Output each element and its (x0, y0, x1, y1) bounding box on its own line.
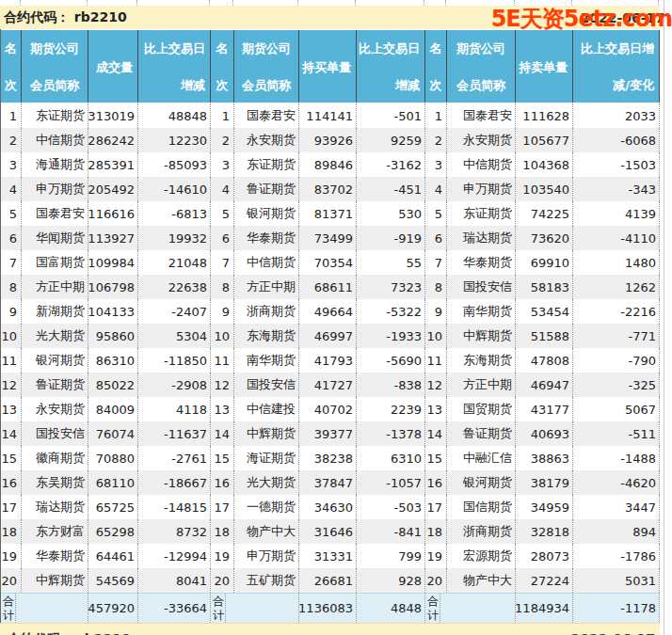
cell-change: -841 (357, 519, 425, 544)
table-row: 9浙商期货49664-5322 (211, 299, 425, 324)
cell-change: 22638 (138, 275, 211, 299)
cell-rank: 5 (211, 201, 234, 226)
cell-value: 40702 (299, 397, 357, 421)
cell-rank: 18 (211, 519, 234, 544)
cell-rank: 12 (1, 373, 22, 397)
cell-change: -6813 (138, 201, 211, 226)
cell-rank: 12 (425, 373, 447, 397)
cell-company: 海证期货 (234, 446, 299, 470)
cell-company: 宏源期货 (447, 544, 516, 568)
cell-rank: 9 (425, 299, 447, 324)
cell-rank: 15 (1, 446, 22, 470)
cell-company: 国投安信 (234, 373, 299, 397)
table-row: 15中融汇信38863-1488 (425, 446, 660, 470)
cell-rank: 19 (425, 544, 447, 568)
header-company-line1: 期货公司 (234, 40, 298, 57)
cell-change: -4110 (573, 226, 660, 250)
cell-value: 68611 (299, 275, 357, 299)
cell-rank: 13 (1, 397, 22, 421)
cell-company: 国投安信 (447, 275, 516, 299)
table-row: 16光大期货37847-1057 (211, 470, 425, 495)
header-change-line1: 比上交易日 (138, 40, 210, 57)
table-row: 5银河期货81371530 (211, 201, 425, 226)
header-company-line1: 期货公司 (447, 40, 515, 57)
table-row: 13中信建投407022239 (211, 397, 425, 421)
cell-value: 89846 (299, 152, 357, 177)
cell-rank: 2 (1, 128, 22, 152)
cell-change: -2761 (138, 446, 211, 470)
cell-company: 东证期货 (22, 103, 88, 128)
cell-value: 43177 (516, 397, 573, 421)
table-row: 18物产中大31646-841 (211, 519, 425, 544)
header-company-line2: 会员简称 (22, 77, 88, 94)
cell-value: 114141 (299, 103, 357, 128)
cell-rank: 5 (1, 201, 22, 226)
header-value: 持卖单量 (516, 30, 573, 103)
table-row: 4申万期货103540-343 (425, 177, 660, 201)
cell-company: 物产中大 (234, 519, 299, 544)
cell-rank: 1 (425, 103, 447, 128)
cell-company: 华闻期货 (22, 226, 88, 250)
cell-change: -2407 (138, 299, 211, 324)
cell-value: 51588 (516, 324, 573, 348)
table-row: 12国投安信41727-838 (211, 373, 425, 397)
cell-rank: 12 (211, 373, 234, 397)
cell-change: 5067 (573, 397, 660, 421)
cell-rank: 7 (1, 250, 22, 275)
cell-change: -790 (573, 348, 660, 373)
cell-company: 鲁证期货 (234, 177, 299, 201)
cell-rank: 16 (425, 470, 447, 495)
cell-value: 73499 (299, 226, 357, 250)
header-rank-line2: 次 (425, 77, 446, 94)
cell-company: 瑞达期货 (447, 226, 516, 250)
cell-change: 8041 (138, 568, 211, 593)
total-company-empty (447, 594, 516, 623)
header-company: 期货公司会员简称 (22, 30, 88, 103)
cell-rank: 20 (1, 568, 22, 593)
cell-change: -1786 (573, 544, 660, 568)
header-change-line2: 增减 (357, 77, 424, 94)
table-row: 4鲁证期货83702-451 (211, 177, 425, 201)
cell-company: 中信期货 (234, 250, 299, 275)
cell-value: 46997 (299, 324, 357, 348)
cell-value: 116616 (88, 201, 138, 226)
table-row: 7华泰期货699101480 (425, 250, 660, 275)
cell-rank: 2 (211, 128, 234, 152)
cell-company: 中融汇信 (447, 446, 516, 470)
cell-rank: 7 (211, 250, 234, 275)
table-row: 17国信期货349593447 (425, 495, 660, 519)
cell-company: 东海期货 (447, 348, 516, 373)
cell-rank: 15 (425, 446, 447, 470)
table-row: 2永安期货939269259 (211, 128, 425, 152)
cell-value: 205492 (88, 177, 138, 201)
cell-change: 928 (357, 568, 425, 593)
header-change: 比上交易日增减/变化 (573, 30, 660, 103)
cell-value: 31331 (299, 544, 357, 568)
right-margin-line (664, 0, 664, 635)
cell-value: 105677 (516, 128, 573, 152)
cell-company: 浙商期货 (234, 299, 299, 324)
site-watermark-logo[interactable]: 5E天资5etz.com (491, 4, 672, 34)
cell-value: 26681 (299, 568, 357, 593)
cell-change: 48848 (138, 103, 211, 128)
cell-value: 103540 (516, 177, 573, 201)
cell-rank: 10 (211, 324, 234, 348)
cell-change: 4139 (573, 201, 660, 226)
total-row: 合计2457920-33664 (1, 593, 211, 623)
footer-contract-code: 合约代码： rb2210 (8, 631, 131, 635)
cell-value: 68110 (88, 470, 138, 495)
group-header-short-positions: 名次期货公司会员简称持卖单量比上交易日增减/变化 (425, 29, 660, 103)
cell-company: 东证期货 (234, 152, 299, 177)
bottom-title-bar: 合约代码： rb2210 2022-06-17 (0, 623, 672, 635)
header-change: 比上交易日增减 (138, 30, 211, 103)
cell-rank: 4 (425, 177, 447, 201)
cell-change: -14815 (138, 495, 211, 519)
cell-value: 285391 (88, 152, 138, 177)
cell-change: -11850 (138, 348, 211, 373)
cell-change: 8732 (138, 519, 211, 544)
cell-value: 70354 (299, 250, 357, 275)
cell-rank: 8 (425, 275, 447, 299)
cell-rank: 18 (425, 519, 447, 544)
table-group-long-positions: 名次期货公司会员简称持买单量比上交易日增减1国泰君安114141-5012永安期… (211, 29, 425, 623)
cell-rank: 17 (211, 495, 234, 519)
